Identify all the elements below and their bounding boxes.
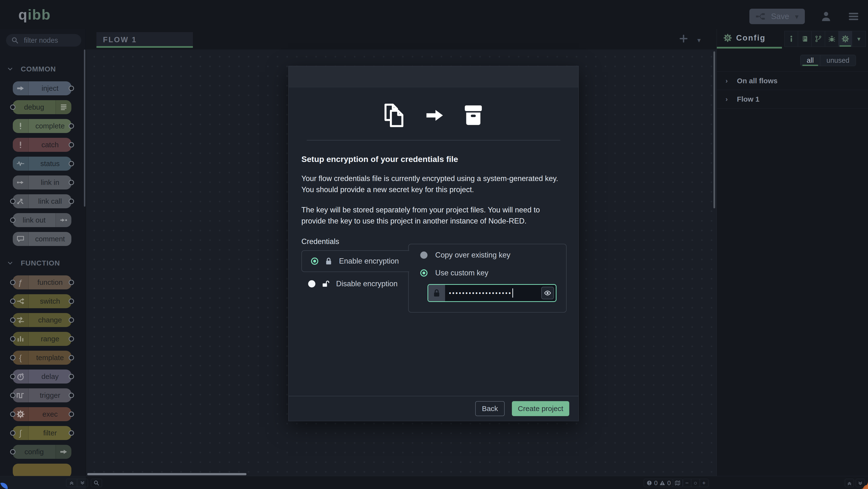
chevron-double-down-icon[interactable]	[77, 479, 88, 487]
filter-unused-button[interactable]: unused	[820, 55, 856, 66]
tab-info[interactable]	[784, 31, 798, 47]
use-custom-key-option[interactable]: Use custom key	[420, 269, 489, 277]
workspace-search-button[interactable]	[91, 479, 102, 487]
zoom-in-button[interactable]: +	[700, 479, 708, 487]
lock-icon	[428, 285, 445, 301]
copy-existing-key-option[interactable]: Copy over existing key	[420, 251, 510, 259]
palette-node-template[interactable]: {template	[13, 351, 71, 365]
palette-node-change[interactable]: change	[13, 313, 71, 327]
node-output-port	[69, 393, 74, 398]
palette-node-switch[interactable]: switch	[13, 294, 71, 308]
encryption-key-input[interactable]: •••••••••••••••••••	[428, 284, 557, 302]
config-row-list: ›On all flows›Flow 1	[717, 71, 868, 109]
palette-node-label: status	[29, 156, 71, 171]
caret-down-icon[interactable]: ▾	[795, 12, 799, 21]
tab-config[interactable]	[839, 31, 852, 47]
config-row-label: Flow 1	[737, 95, 759, 103]
palette-node-debug[interactable]: debug	[13, 100, 71, 114]
tab-help[interactable]	[798, 31, 812, 47]
disable-encryption-label: Disable encryption	[336, 280, 398, 288]
zoom-out-button[interactable]: −	[683, 479, 691, 487]
radio-disable-encryption[interactable]	[308, 280, 315, 287]
node-output-port	[69, 123, 74, 128]
back-button[interactable]: Back	[475, 401, 505, 416]
palette-node-label: link out	[13, 213, 56, 227]
tab-flow-1[interactable]: FLOW 1	[96, 32, 193, 48]
palette-node-config[interactable]: config	[13, 445, 71, 459]
error-circle-icon	[646, 480, 652, 486]
palette-section-common[interactable]: COMMON	[7, 62, 86, 77]
tab-git[interactable]	[812, 31, 825, 47]
node-output-port	[69, 161, 74, 166]
node-output-port	[69, 86, 74, 91]
sidebar-scroll-up-button[interactable]	[845, 479, 854, 487]
node-output-port	[69, 411, 74, 417]
canvas-vertical-scrollbar[interactable]	[713, 51, 715, 208]
node-output-port	[69, 298, 74, 304]
palette-node-link-out[interactable]: link out	[13, 213, 71, 227]
palette-node-label: template	[29, 351, 71, 365]
palette-node-label: switch	[29, 294, 71, 308]
palette-node-complete[interactable]: complete	[13, 119, 71, 133]
palette-scrollbar[interactable]	[84, 50, 85, 207]
navigator-button[interactable]	[672, 479, 683, 487]
palette-node-exec[interactable]: exec	[13, 407, 71, 421]
radio-use-custom-key[interactable]	[420, 269, 428, 277]
zoom-reset-button[interactable]: ○	[691, 479, 700, 487]
config-sidebar: Config ▾ all unused ›On all flows›Flow 1	[717, 29, 868, 476]
palette-node-link-in[interactable]: link in	[13, 175, 71, 190]
node-output-port	[69, 317, 74, 323]
palette-node-comment[interactable]: comment	[13, 232, 71, 246]
enable-encryption-option[interactable]: Enable encryption	[301, 250, 409, 272]
sidebar-scroll-down-button[interactable]	[856, 479, 865, 487]
palette-filter-placeholder: filter nodes	[24, 36, 58, 45]
palette-node-inject[interactable]: inject	[13, 81, 71, 95]
palette-node-label: debug	[13, 100, 56, 114]
show-key-button[interactable]	[541, 287, 554, 299]
flow-tab-label: FLOW 1	[103, 35, 137, 44]
filter-all-button[interactable]: all	[801, 55, 820, 66]
palette-node-link-call[interactable]: link call	[13, 194, 71, 208]
palette-filter-input[interactable]: filter nodes	[6, 34, 81, 47]
flow-list-caret-icon[interactable]: ▾	[697, 36, 701, 44]
radio-copy-existing-key[interactable]	[420, 252, 428, 259]
canvas-horizontal-scrollbar[interactable]	[87, 473, 246, 475]
disable-encryption-option[interactable]: Disable encryption	[308, 280, 398, 288]
lock-closed-icon	[324, 257, 333, 265]
chevron-right-icon: ›	[725, 95, 728, 103]
eye-icon	[544, 289, 551, 297]
create-project-button[interactable]: Create project	[512, 401, 569, 416]
node-input-port	[10, 105, 16, 110]
palette-node-status[interactable]: status	[13, 156, 71, 171]
palette-section-function[interactable]: FUNCTION	[7, 256, 86, 270]
palette-node-trigger[interactable]: trigger	[13, 389, 71, 402]
sidebar-title-underline	[717, 47, 782, 49]
config-row-on-all-flows[interactable]: ›On all flows	[717, 71, 868, 90]
map-icon	[672, 479, 683, 487]
notification-counts[interactable]: 0 0	[644, 479, 674, 487]
palette-node-range[interactable]: range	[13, 332, 71, 346]
node-output-port	[69, 374, 74, 379]
palette-node-filter[interactable]: ∫filter	[13, 426, 71, 440]
sidebar-tabs-caret-icon[interactable]: ▾	[852, 31, 866, 47]
chevron-down-icon	[7, 260, 13, 266]
user-icon[interactable]	[820, 10, 832, 22]
project-credentials-dialog: Setup encryption of your credentials fil…	[288, 66, 579, 421]
palette-node-delay[interactable]: delay	[13, 370, 71, 383]
radio-enable-encryption[interactable]	[311, 258, 318, 265]
node-input-port	[10, 393, 16, 398]
config-row-flow-1[interactable]: ›Flow 1	[717, 90, 868, 109]
palette-node-partial[interactable]	[13, 464, 71, 476]
zoom-controls: − ○ +	[683, 479, 708, 487]
palette-node-function[interactable]: ƒfunction	[13, 276, 71, 289]
comment-icon	[13, 232, 29, 246]
save-deploy-button[interactable]: Save ▾	[749, 9, 805, 24]
chevron-double-up-icon[interactable]	[66, 479, 77, 487]
hamburger-menu-icon[interactable]	[848, 10, 859, 22]
palette-node-catch[interactable]: catch	[13, 138, 71, 152]
tab-debug[interactable]	[825, 31, 839, 47]
add-flow-button[interactable]	[679, 34, 688, 43]
encryption-key-masked-value: •••••••••••••••••••	[449, 290, 512, 297]
encryption-key-panel: Copy over existing key Use custom key ••…	[408, 244, 567, 313]
lock-open-icon	[322, 280, 330, 288]
